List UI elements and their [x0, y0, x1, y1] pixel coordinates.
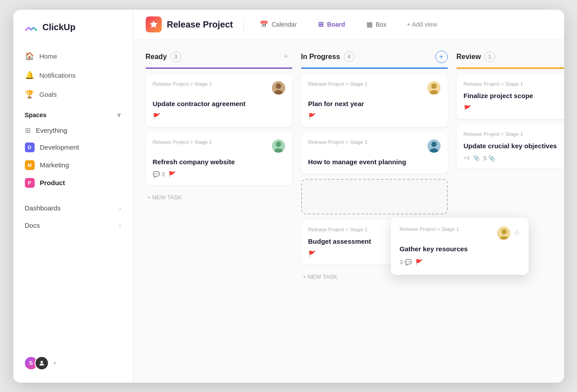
tab-calendar-label: Calendar — [271, 21, 297, 28]
comment-number: 3 — [400, 259, 403, 265]
comment-count: 💬 3 — [153, 171, 165, 178]
sidebar-item-development[interactable]: D Development — [19, 139, 127, 156]
comment-number: 5 — [483, 155, 486, 162]
column-ready: Ready 3 + Release Project > Stage 1 — [146, 51, 292, 204]
docs-chevron-icon: › — [119, 222, 121, 229]
sidebar-item-marketing-label: Marketing — [40, 161, 69, 169]
floating-task-meta: Release Project > Stage 1 — [400, 226, 459, 232]
main-header: Release Project 📅 Calendar ⊞ Board ▦ Box… — [133, 10, 564, 40]
task-meta: Release Project > Stage 1 — [308, 139, 368, 145]
user-area: S ▾ — [13, 351, 133, 376]
floating-flag-icon: 🚩 — [415, 259, 423, 266]
tab-calendar[interactable]: 📅 Calendar — [255, 18, 302, 31]
sidebar-item-product-label: Product — [40, 179, 65, 186]
floating-task-title: Gather key resources — [400, 244, 520, 253]
sidebar-item-docs[interactable]: Docs › — [13, 217, 133, 234]
task-card[interactable]: Release Project > Stage 1 Finalize proje… — [457, 74, 564, 119]
comment-count: 5 📎 — [483, 155, 495, 162]
sidebar-links: Dashboards › Docs › — [13, 199, 133, 234]
sidebar-logo: ClickUp — [13, 20, 133, 47]
add-view-label: + Add view — [407, 21, 437, 28]
task-title: Refresh company website — [153, 157, 285, 166]
add-view-button[interactable]: + Add view — [402, 18, 442, 31]
user-dropdown-icon[interactable]: ▾ — [53, 360, 56, 366]
floating-card-header: Release Project > Stage 1 ⊹ — [400, 226, 520, 240]
new-task-label: + NEW TASK — [303, 273, 338, 280]
in-progress-count: 4 — [344, 51, 354, 62]
task-avatar — [427, 81, 441, 95]
board-icon: ⊞ — [318, 20, 324, 28]
calendar-icon: 📅 — [260, 20, 268, 28]
sidebar-item-notifications[interactable]: 🔔 Notifications — [19, 66, 127, 84]
task-avatar — [427, 139, 441, 153]
marketing-badge: M — [25, 160, 35, 170]
product-badge: P — [25, 178, 35, 188]
task-card-header: Release Project > Stage 1 — [153, 139, 285, 153]
clickup-logo-icon — [24, 20, 38, 35]
ready-add-button[interactable]: + — [280, 51, 292, 63]
tab-box[interactable]: ▦ Box — [361, 18, 392, 31]
svg-point-8 — [431, 83, 437, 89]
task-card[interactable]: Release Project > Stage 1 How to manage … — [301, 132, 448, 174]
avatar-dark — [35, 356, 49, 370]
board-area: Ready 3 + Release Project > Stage 1 — [133, 40, 564, 383]
main-content: Release Project 📅 Calendar ⊞ Board ▦ Box… — [133, 10, 564, 383]
board-wrapper: Ready 3 + Release Project > Stage 1 — [133, 40, 564, 383]
floating-avatar — [497, 226, 510, 240]
svg-point-11 — [431, 142, 437, 147]
sidebar-item-marketing[interactable]: M Marketing — [19, 156, 127, 174]
task-card-header: Release Project > Stage 1 — [464, 81, 564, 87]
flag-icon: 🚩 — [168, 171, 176, 178]
task-card[interactable]: Release Project > Stage 1 Refresh compan… — [146, 132, 292, 185]
ready-new-task-button[interactable]: + NEW TASK — [146, 190, 292, 204]
development-badge: D — [25, 143, 35, 152]
sidebar-item-goals[interactable]: 🏆 Goals — [19, 85, 127, 103]
sidebar-item-notifications-label: Notifications — [40, 71, 76, 79]
tab-board[interactable]: ⊞ Board — [313, 18, 350, 31]
bell-icon: 🔔 — [25, 71, 34, 80]
project-name: Release Project — [167, 20, 233, 30]
column-header-review: Review 1 + — [457, 51, 564, 69]
home-icon: 🏠 — [25, 51, 34, 61]
project-icon — [146, 16, 162, 32]
task-meta: Release Project > Stage 1 — [153, 139, 212, 145]
in-progress-add-button[interactable]: + — [435, 51, 448, 63]
floating-comment-count: 3 💬 — [400, 259, 412, 265]
flag-icon: 🚩 — [464, 105, 471, 112]
ready-count: 3 — [171, 51, 181, 62]
task-footer: 🚩 — [308, 113, 441, 120]
task-meta: Release Project > Stage 1 — [464, 81, 523, 87]
sidebar-item-everything-label: Everything — [36, 127, 68, 134]
task-title: Finalize project scope — [464, 91, 564, 100]
comment-bubble-icon: 💬 — [153, 171, 160, 178]
review-count: 1 — [485, 51, 495, 62]
sidebar-item-home-label: Home — [40, 52, 57, 60]
everything-icon: ⊞ — [25, 126, 31, 135]
drag-handle-icon: ⊹ — [514, 229, 520, 237]
sidebar-item-everything[interactable]: ⊞ Everything — [19, 122, 127, 139]
svg-point-14 — [501, 229, 507, 234]
sidebar-item-product[interactable]: P Product — [19, 174, 127, 192]
sidebar: ClickUp 🏠 Home 🔔 Notifications 🏆 Goals S… — [13, 10, 133, 383]
task-meta: Release Project > Stage 1 — [308, 81, 368, 87]
attach-clip-icon: 📎 — [488, 155, 495, 162]
task-meta: Release Project > Stage 1 — [308, 227, 368, 232]
floating-card[interactable]: Release Project > Stage 1 ⊹ — [391, 218, 529, 275]
box-icon: ▦ — [366, 20, 373, 28]
task-avatar — [272, 139, 285, 153]
task-card[interactable]: Release Project > Stage 1 Update contrac… — [146, 74, 292, 127]
flag-icon: 🚩 — [308, 113, 316, 120]
app-container: ClickUp 🏠 Home 🔔 Notifications 🏆 Goals S… — [13, 10, 564, 383]
dashboards-chevron-icon: › — [119, 204, 121, 212]
attach-icon: 📎 — [473, 155, 480, 161]
floating-task-footer: 3 💬 🚩 — [400, 259, 520, 266]
task-card[interactable]: Release Project > Stage 1 Plan for next … — [301, 74, 448, 127]
review-title: Review — [457, 53, 481, 61]
sidebar-item-dashboards[interactable]: Dashboards › — [13, 200, 133, 216]
task-footer: 🚩 — [153, 113, 285, 120]
task-card[interactable]: Release Project > Stage 1 Update crucial… — [457, 124, 564, 169]
sidebar-item-home[interactable]: 🏠 Home — [19, 47, 127, 65]
task-meta: Release Project > Stage 1 — [464, 131, 523, 137]
spaces-chevron-icon[interactable]: ∨ — [117, 111, 121, 118]
sidebar-item-development-label: Development — [40, 143, 79, 151]
